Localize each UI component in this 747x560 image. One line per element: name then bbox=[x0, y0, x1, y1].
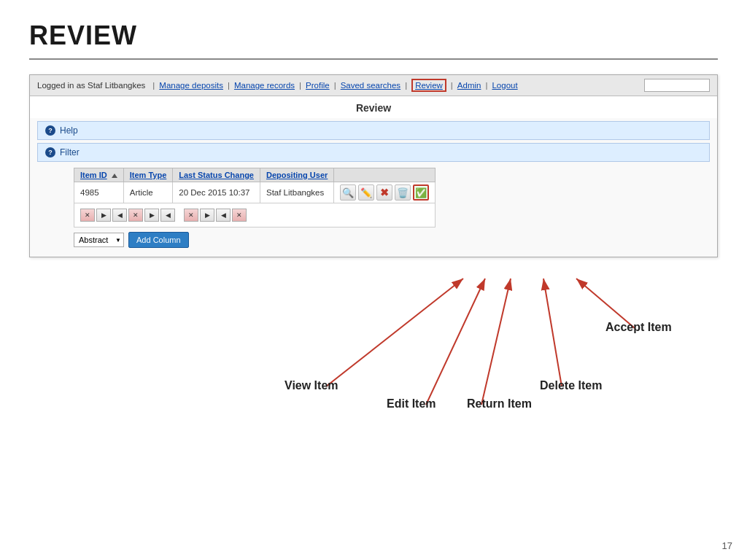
nav-bar: Logged in as Staf Litbangkes | Manage de… bbox=[30, 75, 717, 96]
return-item-label: Return Item bbox=[467, 397, 532, 411]
return-item-button[interactable]: ✖ bbox=[376, 184, 392, 201]
action-icons-group: 🔍 ✏️ ✖ 🗑️ ✅ bbox=[340, 184, 429, 201]
filter-icon: ? bbox=[45, 147, 55, 158]
sort-arrow-icon bbox=[112, 174, 117, 178]
table-row: 4985 Article 20 Dec 2015 10:37 Staf Litb… bbox=[74, 182, 436, 203]
col-last-status[interactable]: Last Status Change bbox=[173, 168, 260, 182]
nav-x-btn-1[interactable]: ✕ bbox=[80, 209, 95, 222]
manage-records-link[interactable]: Manage records bbox=[234, 81, 295, 90]
nav-prev-btn-1[interactable]: ◀ bbox=[112, 209, 127, 222]
svg-line-4 bbox=[543, 279, 562, 386]
nav-ctrl-group-2: ✕ ▶ ◀ ✕ bbox=[184, 209, 247, 222]
view-item-label: View Item bbox=[285, 379, 338, 392]
nav-x-btn-2[interactable]: ✕ bbox=[128, 209, 143, 222]
admin-link[interactable]: Admin bbox=[457, 81, 481, 90]
review-content: Review ? Help ? Filter Item ID Item Type bbox=[30, 96, 717, 257]
saved-searches-link[interactable]: Saved searches bbox=[341, 81, 400, 90]
logged-in-label: Logged in as Staf Litbangkes bbox=[37, 81, 145, 90]
browser-screenshot: Logged in as Staf Litbangkes | Manage de… bbox=[29, 74, 718, 257]
help-label: Help bbox=[60, 125, 78, 136]
column-select[interactable]: Abstract bbox=[74, 233, 124, 247]
nav-play-btn-1[interactable]: ▶ bbox=[96, 209, 111, 222]
svg-line-1 bbox=[326, 279, 463, 386]
view-item-button[interactable]: 🔍 bbox=[340, 184, 356, 201]
col-depositing-user[interactable]: Depositing User bbox=[260, 168, 333, 182]
nav-controls-cell: ✕ ▶ ◀ ✕ ▶ ◀ ✕ ▶ bbox=[74, 203, 436, 228]
table-nav-row: ✕ ▶ ◀ ✕ ▶ ◀ ✕ ▶ bbox=[74, 203, 436, 228]
accept-item-button[interactable]: ✅ bbox=[413, 184, 429, 201]
edit-item-label: Edit Item bbox=[387, 397, 436, 411]
profile-link[interactable]: Profile bbox=[306, 81, 330, 90]
nav-prev-btn-3[interactable]: ◀ bbox=[216, 209, 231, 222]
nav-controls: ✕ ▶ ◀ ✕ ▶ ◀ ✕ ▶ bbox=[80, 209, 429, 222]
cell-depositing-user: Staf Litbangkes bbox=[260, 182, 333, 203]
review-page-title: Review bbox=[30, 96, 717, 118]
nav-play-btn-2[interactable]: ▶ bbox=[144, 209, 159, 222]
col-item-type[interactable]: Item Type bbox=[123, 168, 173, 182]
table-area: Item ID Item Type Last Status Change Dep… bbox=[74, 168, 710, 228]
help-bar[interactable]: ? Help bbox=[37, 121, 710, 140]
svg-line-2 bbox=[426, 279, 485, 405]
cell-item-type: Article bbox=[123, 182, 173, 203]
nav-play-btn-3[interactable]: ▶ bbox=[200, 209, 214, 222]
cell-item-id: 4985 bbox=[74, 182, 124, 203]
col-item-id[interactable]: Item ID bbox=[74, 168, 124, 182]
nav-ctrl-group-1: ✕ ▶ ◀ ✕ ▶ ◀ bbox=[80, 209, 175, 222]
cell-last-status: 20 Dec 2015 10:37 bbox=[173, 182, 260, 203]
delete-item-button[interactable]: 🗑️ bbox=[395, 184, 411, 201]
nav-x-btn-4[interactable]: ✕ bbox=[232, 209, 247, 222]
cell-actions: 🔍 ✏️ ✖ 🗑️ ✅ bbox=[334, 182, 436, 203]
review-table: Item ID Item Type Last Status Change Dep… bbox=[74, 168, 436, 228]
column-select-wrap: Abstract bbox=[74, 233, 124, 247]
edit-item-button[interactable]: ✏️ bbox=[358, 184, 374, 201]
page-number: 17 bbox=[722, 540, 732, 551]
title-divider bbox=[29, 58, 718, 60]
manage-deposits-link[interactable]: Manage deposits bbox=[159, 81, 223, 90]
nav-prev-btn-2[interactable]: ◀ bbox=[160, 209, 175, 222]
add-column-button[interactable]: Add Column bbox=[128, 232, 189, 248]
review-link-highlight[interactable]: Review bbox=[411, 79, 446, 92]
add-column-row: Abstract Add Column bbox=[74, 232, 717, 248]
svg-line-3 bbox=[481, 279, 511, 405]
filter-label: Filter bbox=[60, 147, 80, 158]
delete-item-label: Delete Item bbox=[540, 379, 602, 392]
page-title: REVIEW bbox=[0, 0, 747, 58]
col-actions bbox=[334, 168, 436, 182]
logout-link[interactable]: Logout bbox=[492, 81, 517, 90]
filter-bar[interactable]: ? Filter bbox=[37, 143, 710, 162]
help-icon: ? bbox=[45, 125, 55, 136]
nav-x-btn-3[interactable]: ✕ bbox=[184, 209, 198, 222]
nav-search-input[interactable] bbox=[644, 79, 710, 92]
accept-item-label: Accept Item bbox=[605, 321, 672, 334]
